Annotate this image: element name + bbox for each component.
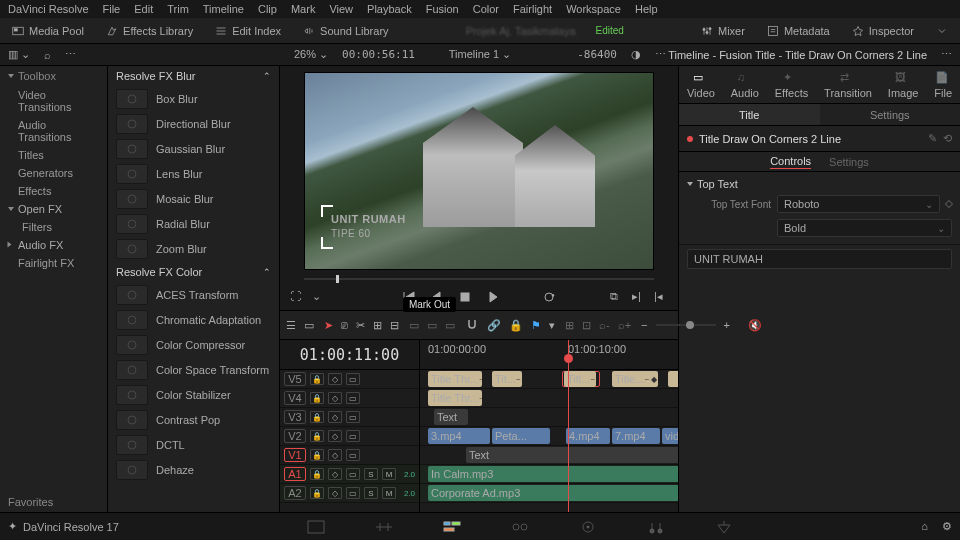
menu-item[interactable]: Trim [167, 3, 189, 15]
menu-item[interactable]: Fairlight [513, 3, 552, 15]
track-row[interactable]: In Calm.mp3 [420, 465, 678, 484]
section-header[interactable]: Top Text [687, 176, 952, 192]
inspector-tab-image[interactable]: 🖼Image [884, 69, 923, 101]
track-header[interactable]: V3🔒◇▭ [280, 408, 419, 427]
clip[interactable]: 7.mp4 [612, 428, 660, 444]
transform-icon[interactable]: ⛶ [290, 290, 304, 304]
track-header[interactable]: V5🔒◇▭ [280, 370, 419, 389]
metadata-button[interactable]: Metadata [763, 23, 834, 39]
fx-item[interactable]: Color Space Transform [112, 358, 275, 382]
clip[interactable]: Tit...~ ◆ ▾ [492, 371, 522, 387]
stop-icon[interactable] [458, 290, 472, 304]
menu-item[interactable]: View [329, 3, 353, 15]
lock-icon[interactable]: 🔒 [310, 392, 324, 404]
toolbox-item[interactable]: Filters [0, 218, 107, 236]
track-header[interactable]: V4🔒◇▭ [280, 389, 419, 408]
lock-icon[interactable]: 🔒 [310, 430, 324, 442]
menu-item[interactable]: DaVinci Resolve [8, 3, 89, 15]
clip[interactable]: Text [466, 447, 678, 463]
playhead[interactable] [568, 340, 569, 512]
controls-tab[interactable]: Controls [770, 155, 811, 169]
menu-item[interactable]: Workspace [566, 3, 621, 15]
viewer-options-icon[interactable]: ⋯ [655, 48, 666, 61]
fx-item[interactable]: Lens Blur [112, 162, 275, 186]
flag-icon[interactable]: ⚑ [531, 319, 541, 332]
track-row[interactable]: Title Thr...~ ◆ ▾Text~ ◆ ▾Lo...Log... [420, 389, 678, 408]
inspector-tab-effects[interactable]: ✦Effects [771, 69, 812, 101]
toolbox-item[interactable]: Fairlight FX [0, 254, 107, 272]
timeline-name[interactable]: Timeline 1 ⌄ [449, 48, 511, 60]
play-icon[interactable] [486, 290, 500, 304]
tool-icon[interactable]: ▭ [427, 319, 437, 332]
keyframe-icon[interactable] [945, 200, 953, 208]
inspector-tab-audio[interactable]: ♫Audio [727, 69, 763, 101]
bypass-icon[interactable]: ◑ [631, 48, 641, 61]
wand-icon[interactable]: ✎ [928, 132, 937, 145]
clip[interactable]: 4.mp4 [566, 428, 610, 444]
fx-item[interactable]: Dehaze [112, 458, 275, 482]
home-icon[interactable]: ⌂ [921, 520, 928, 533]
tool-icon[interactable]: ⊡ [582, 319, 591, 332]
panel-menu-icon[interactable]: ▥ ⌄ [8, 48, 30, 61]
clip[interactable]: Title Thr...~ ◆ ▾ [428, 371, 482, 387]
clip[interactable]: video arc... [662, 428, 678, 444]
track-header[interactable]: A1🔒◇▭SM2.0 [280, 465, 419, 484]
expand-button[interactable] [932, 23, 952, 39]
edit-index-button[interactable]: Edit Index [211, 23, 285, 39]
match-frame-icon[interactable]: ⧉ [610, 290, 624, 304]
toolbox-header[interactable]: Toolbox [0, 66, 107, 86]
lock-icon[interactable]: 🔒 [310, 449, 324, 461]
track-row[interactable]: TextText [420, 408, 678, 427]
color-page-icon[interactable] [578, 519, 598, 535]
clip[interactable]: Text [434, 409, 468, 425]
timeline-view-icon[interactable]: ☰ [286, 319, 296, 332]
menu-item[interactable]: Fusion [426, 3, 459, 15]
track-row[interactable]: Text [420, 446, 678, 465]
clip[interactable]: 3.mp4 [428, 428, 490, 444]
fx-item[interactable]: Directional Blur [112, 112, 275, 136]
tool-icon[interactable]: ▭ [409, 319, 419, 332]
lock-icon[interactable]: 🔒 [310, 468, 324, 480]
toolbox-item[interactable]: Titles [0, 146, 107, 164]
insert-icon[interactable]: ⊞ [373, 319, 382, 332]
fx-item[interactable]: ACES Transform [112, 283, 275, 307]
toolbox-item[interactable]: Effects [0, 182, 107, 200]
openfx-category[interactable]: Open FX [0, 200, 107, 218]
fx-group-header[interactable]: Resolve FX Color [108, 262, 279, 282]
options-icon[interactable]: ⋯ [65, 48, 76, 61]
fx-item[interactable]: DCTL [112, 433, 275, 457]
track-row[interactable]: Corporate Ad.mp3 [420, 484, 678, 503]
inspector-tab-video[interactable]: ▭Video [683, 69, 719, 101]
viewer-canvas[interactable]: UNIT RUMAHTIPE 60 [304, 72, 654, 270]
timeline-view-icon[interactable]: ▭ [304, 319, 314, 332]
text-input[interactable]: UNIT RUMAH [687, 249, 952, 269]
track-header[interactable]: V2🔒◇▭ [280, 427, 419, 446]
viewer-scrubber[interactable] [304, 274, 654, 284]
fx-group-header[interactable]: Resolve FX Blur [108, 66, 279, 86]
marker-icon[interactable]: ▾ [549, 319, 555, 332]
track-row[interactable]: 3.mp4Peta...4.mp47.mp4video arc...1.mp43… [420, 427, 678, 446]
media-page-icon[interactable] [306, 519, 326, 535]
search-icon[interactable]: ⌕ [44, 49, 51, 61]
zoom-in-icon[interactable]: ⌕+ [618, 319, 631, 331]
fx-item[interactable]: Color Compressor [112, 333, 275, 357]
fx-item[interactable]: Gaussian Blur [112, 137, 275, 161]
timeline-body[interactable]: 01:00:00:00 01:00:10:00 01:00:20:00 01:0… [420, 340, 678, 512]
fusion-page-icon[interactable] [510, 519, 530, 535]
lock-icon[interactable]: 🔒 [509, 319, 523, 332]
inspector-options-icon[interactable]: ⋯ [941, 48, 952, 61]
blade-tool-icon[interactable]: ✂ [356, 319, 365, 332]
loop-icon[interactable] [542, 290, 556, 304]
mute-icon[interactable]: 🔇 [748, 319, 762, 332]
media-pool-button[interactable]: Media Pool [8, 23, 88, 39]
track-header[interactable]: V1🔒◇▭ [280, 446, 419, 465]
mixer-button[interactable]: Mixer [697, 23, 749, 39]
clip[interactable]: In Calm.mp3 [428, 466, 678, 482]
track-header[interactable]: A2🔒◇▭SM2.0 [280, 484, 419, 503]
subtab-settings[interactable]: Settings [820, 104, 961, 125]
toolbox-item[interactable]: Generators [0, 164, 107, 182]
clip[interactable]: ~ ◆ ▾ [668, 371, 678, 387]
timeline-ruler[interactable]: 01:00:00:00 01:00:10:00 01:00:20:00 01:0… [420, 340, 678, 370]
lock-icon[interactable]: 🔒 [310, 373, 324, 385]
menu-item[interactable]: Mark [291, 3, 315, 15]
